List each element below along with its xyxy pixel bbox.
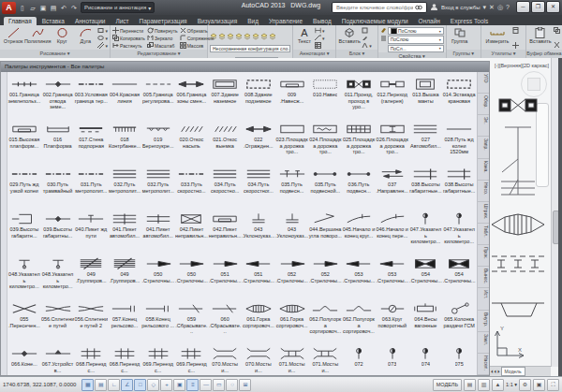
model-space-button[interactable]: МОДЕЛЬ (433, 379, 462, 391)
layer-tool-icon-1[interactable] (218, 27, 226, 44)
workspace-switch-icon[interactable]: ⚙ (519, 379, 531, 391)
cut-clip-tool[interactable] (554, 42, 560, 49)
ribbon-tab-4[interactable]: Параметризация (135, 17, 192, 25)
palette-item-60[interactable]: 050 .Стрелочны... (141, 255, 175, 300)
prev-tab-icon[interactable]: ⏴ (495, 369, 497, 375)
palette-item-81[interactable]: 063.Круг поворотный (376, 300, 409, 345)
binoculars-icon[interactable] (415, 4, 422, 11)
palette-item-34[interactable]: 034.Путь скоростно... (208, 166, 242, 211)
palette-item-12[interactable]: 013.Вышка манты (409, 76, 443, 121)
color-dropdown[interactable]: ПоСлою▾ (388, 27, 444, 35)
palette-item-63[interactable]: 051 .Стрелочны... (242, 255, 275, 300)
palette-item-36[interactable]: 035.Путь подвесн... (275, 166, 309, 211)
palette-item-48[interactable]: 042.Пикет неправильн... (208, 211, 242, 255)
text-button[interactable]: А Текст (295, 26, 314, 50)
palette-item-11[interactable]: 012.Переход (галерея) (376, 76, 409, 121)
rotate-button[interactable]: Повернуть (147, 27, 178, 35)
close-button[interactable]: ✕ (546, 1, 560, 13)
palette-item-68[interactable]: 054 .Стрелочны... (409, 255, 443, 300)
palette-item-6[interactable]: 007.Здание наземное (208, 76, 242, 121)
palette-item-70[interactable]: 055 .Пересечен... (7, 300, 41, 345)
panel-edit-footer[interactable]: Редактирование ▾ (111, 50, 207, 58)
signin-label[interactable]: Вход в службы (441, 5, 481, 10)
palette-item-80[interactable]: 062.Полугорка сортировоч... (342, 300, 376, 345)
palette-item-62[interactable]: 051 .Стрелочны... (208, 255, 242, 300)
palette-item-41[interactable]: 038.Высоты габаритные... (442, 166, 476, 211)
palette-item-69[interactable]: 054 .Стрелочны... (442, 255, 476, 300)
table-tool[interactable] (315, 42, 325, 49)
palette-item-55[interactable]: 047.Указатель километро... (442, 211, 476, 255)
palette-item-45[interactable]: 041.Пикет автомобил... (108, 211, 141, 255)
palette-item-8[interactable]: 009 .Навесж... (275, 76, 309, 121)
palette-item-92[interactable]: 071.Мосты и... (275, 345, 309, 375)
lineweight-dropdown[interactable]: ПоСл...▾ (388, 45, 444, 52)
undo-icon[interactable]: ↶ (59, 3, 68, 13)
layer-tool-icon-3[interactable] (235, 27, 243, 44)
move-button[interactable]: Перенести (112, 27, 145, 35)
palette-item-97[interactable]: 075 (442, 345, 476, 375)
palette-item-95[interactable]: 073 (376, 345, 409, 375)
palette-item-79[interactable]: 062.Полугорка сортировоч... (308, 300, 342, 345)
palette-item-84[interactable]: 066.Коне... (7, 345, 41, 375)
palette-item-17[interactable]: 018 Контрбанке... (108, 121, 141, 166)
palette-item-85[interactable]: 067.Устройств... (41, 345, 75, 375)
ribbon-tab-1[interactable]: Вставка (37, 17, 69, 25)
palette-item-66[interactable]: 053 .Стрелочны... (342, 255, 376, 300)
palette-item-39[interactable]: 037 .Направлен... (376, 166, 409, 211)
palette-item-2[interactable]: 003.Условная граница тер... (74, 76, 108, 121)
app-menu-button[interactable]: A (2, 2, 16, 14)
lock-icon[interactable]: ▣ (533, 379, 545, 391)
palette-item-37[interactable]: 035.Путь подвесной... (308, 166, 342, 211)
palette-item-15[interactable]: 016 Платформа (41, 121, 75, 166)
osnap3d-toggle[interactable]: ◇ (147, 379, 159, 391)
layer-tool-icon-5[interactable] (252, 27, 259, 44)
palette-grip[interactable] (1, 72, 7, 375)
ribbon-tab-3[interactable]: Лист (111, 17, 133, 25)
quick-calc-tool[interactable] (512, 27, 519, 34)
line-button[interactable]: Отрезок (2, 26, 24, 50)
panel-block-footer[interactable]: Блок ▾ (336, 50, 377, 58)
palette-item-74[interactable]: 058.Конец рельсового ... (141, 300, 175, 345)
palette-tab-3[interactable]: Запр. (478, 137, 489, 158)
osnap-toggle[interactable]: □ (134, 379, 146, 391)
palette-item-5[interactable]: 006.Граница зоны смен... (175, 76, 209, 121)
palette-item-40[interactable]: 038.Высоты габаритные... (409, 166, 443, 211)
palette-tab-0[interactable]: УГО (478, 72, 489, 94)
leader-tool[interactable]: ▾ (315, 35, 325, 41)
palette-item-28[interactable]: 029.Путь жд узкой колеи (7, 166, 41, 211)
palette-item-73[interactable]: 057.Конец рельсово... (108, 300, 141, 345)
new-icon[interactable]: ▯ (18, 3, 27, 13)
palette-item-96[interactable]: 074 (409, 345, 443, 375)
palette-tab-12[interactable]: Закл. (478, 332, 489, 354)
lwt-toggle[interactable]: — (200, 379, 212, 391)
palette-item-9[interactable]: 010.Навес (308, 76, 342, 121)
dimension-tool[interactable]: ▾ (315, 27, 325, 34)
palette-item-21[interactable]: 022 .Огражден... (242, 121, 275, 166)
communication-center-icon[interactable]: ◎ (497, 2, 503, 13)
snap-toggle[interactable]: ▦ (81, 379, 94, 391)
minimize-button[interactable]: ─ (516, 1, 530, 13)
ribbon-tab-0[interactable]: Главная (4, 17, 37, 25)
palette-tab-10[interactable]: Ист. (478, 288, 489, 310)
palette-item-42[interactable]: 039.Высоты габаритн... (7, 211, 41, 255)
palette-tab-2[interactable]: Эл. (478, 115, 489, 137)
create-block-tool[interactable] (362, 27, 372, 34)
layer-tool-icon-0[interactable] (210, 27, 217, 44)
palette-item-67[interactable]: 053 .Стрелочны... (376, 255, 409, 300)
palette-item-50[interactable]: 043 .Уклоноуказ... (275, 211, 309, 255)
palette-item-22[interactable]: 023.Площадка дорожка тро... (275, 121, 309, 166)
palette-item-89[interactable]: 069.Переезд с... (175, 345, 209, 375)
layout-icon[interactable]: ▤ (464, 379, 476, 391)
palette-item-0[interactable]: 001.Граница землепольз... (7, 76, 41, 121)
palette-item-76[interactable]: 060 .Сбрасывате... (208, 300, 242, 345)
panel-utilities-footer[interactable]: Утилиты ▾ (481, 50, 525, 58)
rectangle-tool[interactable]: ▾ (97, 27, 108, 34)
ribbon-tab-9[interactable]: Подключаемые модули (337, 17, 413, 25)
workspace-dropdown[interactable]: Рисование и аннотация ▾ (81, 2, 155, 13)
palette-item-57[interactable]: 048.Указатель километро... (41, 255, 75, 300)
palette-tab-9[interactable]: Вынос. (478, 267, 489, 288)
ellipse-tool[interactable]: ▾ (97, 35, 108, 41)
redo-icon[interactable]: ↷ (69, 3, 79, 13)
palette-item-72[interactable]: 056.Сплетение путей 2 (74, 300, 108, 345)
palette-item-14[interactable]: 015.Высокая платформ... (7, 121, 41, 166)
